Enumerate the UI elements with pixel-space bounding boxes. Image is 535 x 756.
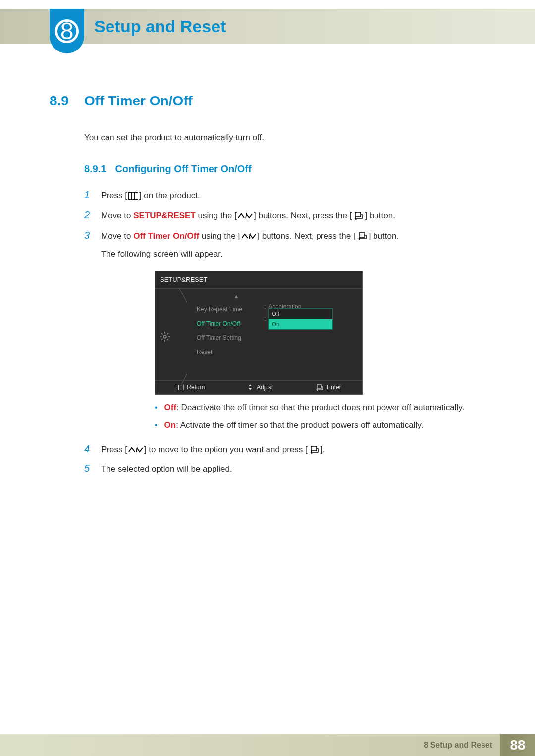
svg-text:/: / (249, 233, 251, 240)
osd-values: :Acceleration : Off On (264, 289, 353, 385)
step-text: Move to Off Timer On/Off using the [/] b… (101, 229, 464, 437)
svg-rect-22 (311, 446, 317, 451)
step-number: 4 (84, 443, 93, 454)
chapter-number: 8 (55, 19, 79, 43)
osd-menu-item: Off Timer Setting (194, 331, 264, 345)
step-text: The selected option will be applied. (101, 462, 232, 477)
chapter-badge: 8 (50, 9, 84, 53)
text: : Activate the off timer so that the pro… (176, 420, 423, 430)
page-number: 88 (500, 734, 535, 756)
svg-rect-0 (128, 192, 138, 200)
osd-body: ▲ Key Repeat Time Off Timer On/Off Off T… (155, 289, 362, 385)
osd-screenshot: SETUP&RESET ▲ Key Repeat Time Off Timer … (155, 271, 464, 395)
enter-icon (309, 446, 320, 454)
bullet-text: On: Activate the off timer so that the p… (164, 419, 424, 432)
text: Move to (101, 211, 133, 220)
menu-icon (176, 385, 184, 390)
bullet-text: Off: Deactivate the off timer so that th… (164, 402, 465, 414)
svg-point-16 (164, 336, 166, 338)
intro-text: You can set the product to automatically… (84, 133, 495, 143)
text: using the [ (199, 231, 240, 241)
footer-chapter-label: 8 Setup and Reset (0, 734, 500, 756)
svg-rect-8 (164, 332, 165, 334)
osd-menu-item: Reset (194, 345, 264, 359)
page-content: 8.9 Off Timer On/Off You can set the pro… (50, 93, 495, 483)
label: Adjust (257, 382, 273, 392)
text: The following screen will appear. (101, 248, 464, 262)
bullet-dot-icon: • (155, 421, 158, 429)
highlight: On (164, 420, 176, 430)
chapter-title: Setup and Reset (94, 17, 226, 36)
subsection-title: Configuring Off Timer On/Off (115, 163, 251, 175)
osd-curve (174, 289, 187, 385)
osd-footer-return: Return (176, 382, 205, 392)
label: Return (187, 382, 205, 392)
section-title: Off Timer On/Off (84, 93, 193, 109)
osd-window: SETUP&RESET ▲ Key Repeat Time Off Timer … (155, 271, 363, 395)
step-text: Press [/] to move to the option you want… (101, 443, 325, 457)
text: ] buttons. Next, press the [ (257, 231, 355, 241)
subsection-number: 8.9.1 (84, 163, 106, 175)
osd-title: SETUP&RESET (155, 271, 362, 289)
text: Press [ (101, 191, 127, 200)
osd-sidebar (155, 289, 175, 385)
svg-rect-11 (168, 336, 170, 337)
section-number: 8.9 (50, 93, 72, 109)
text: Press [ (101, 445, 127, 454)
osd-option-box: Off On (268, 308, 333, 330)
menu-icon (128, 192, 138, 200)
steps-list: 1 Press [] on the product. 2 Move to SET… (84, 189, 495, 477)
text: ] to move to the option you want and pre… (144, 445, 308, 454)
osd-option: Off (269, 309, 332, 319)
step-number: 3 (84, 230, 93, 241)
bullet-item: • Off: Deactivate the off timer so that … (155, 402, 464, 414)
osd-menu: ▲ Key Repeat Time Off Timer On/Off Off T… (190, 289, 264, 385)
bullet-item: • On: Activate the off timer so that the… (155, 419, 464, 432)
svg-rect-20 (317, 385, 321, 388)
step-3: 3 Move to Off Timer On/Off using the [/]… (84, 229, 495, 437)
text: ] on the product. (139, 191, 200, 200)
osd-value-row: : Off On (264, 313, 353, 325)
subsection-heading: 8.9.1 Configuring Off Timer On/Off (84, 163, 495, 175)
up-down-icon: / (241, 233, 256, 240)
svg-text:/: / (245, 212, 247, 219)
step-1: 1 Press [] on the product. (84, 189, 495, 203)
enter-icon (315, 384, 324, 391)
text: : Deactivate the off timer so that the p… (176, 403, 464, 412)
text: ] button. (369, 231, 399, 241)
step-4: 4 Press [/] to move to the option you wa… (84, 443, 495, 457)
osd-footer-adjust: Adjust (247, 382, 273, 392)
svg-rect-14 (161, 333, 163, 335)
osd-menu-item-active: Off Timer On/Off (194, 317, 264, 331)
svg-rect-12 (167, 333, 169, 335)
highlight: Off Timer On/Off (133, 231, 199, 241)
highlight: Off (164, 403, 177, 412)
osd-footer: Return Adjust Enter (155, 380, 362, 394)
svg-rect-9 (164, 340, 165, 342)
text: Move to (101, 231, 133, 241)
svg-rect-17 (176, 385, 184, 390)
section-heading: 8.9 Off Timer On/Off (50, 93, 495, 109)
bullet-dot-icon: • (155, 404, 158, 412)
svg-rect-4 (355, 212, 361, 217)
up-down-icon: / (128, 446, 143, 453)
svg-rect-15 (167, 339, 169, 341)
step-2: 2 Move to SETUP&RESET using the [/] butt… (84, 209, 495, 223)
text: using the [ (196, 211, 237, 220)
step-text: Press [] on the product. (101, 189, 200, 203)
step-text: Move to SETUP&RESET using the [/] button… (101, 209, 395, 223)
osd-option-selected: On (269, 319, 332, 330)
svg-rect-13 (161, 339, 163, 341)
enter-icon (357, 232, 368, 240)
step-number: 1 (84, 189, 93, 201)
label: Enter (327, 382, 341, 392)
step-5: 5 The selected option will be applied. (84, 462, 495, 477)
osd-footer-enter: Enter (315, 382, 341, 392)
text: ]. (321, 445, 325, 454)
adjust-icon (247, 384, 254, 391)
step-number: 2 (84, 209, 93, 221)
step-number: 5 (84, 463, 93, 474)
highlight: SETUP&RESET (133, 211, 196, 220)
text: ] button. (365, 211, 395, 220)
page-footer: 8 Setup and Reset 88 (0, 734, 535, 756)
